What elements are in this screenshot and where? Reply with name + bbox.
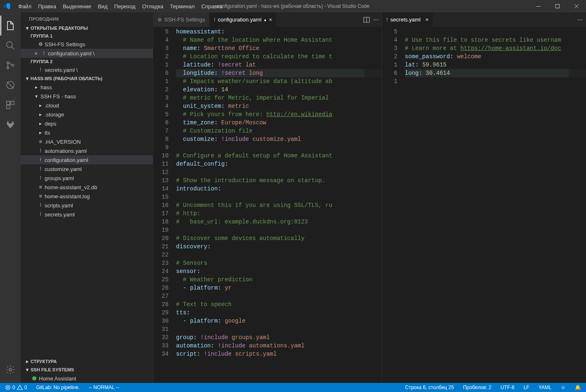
tab-configuration[interactable]: !configuration.yaml× bbox=[210, 12, 276, 27]
gitlab-icon[interactable] bbox=[0, 115, 20, 135]
editor-group-1: ⚙SSH-FS Settings !configuration.yaml× ⋯ … bbox=[153, 12, 382, 383]
folder-sshfs-hass[interactable]: ▾SSH FS - hass bbox=[21, 92, 153, 101]
svg-point-5 bbox=[12, 64, 14, 67]
more-actions-icon[interactable]: ⋯ bbox=[373, 17, 379, 23]
close-tab-icon[interactable]: × bbox=[426, 17, 429, 23]
folder-storage[interactable]: ▸.storage bbox=[21, 110, 153, 119]
status-feedback-icon[interactable]: ☺ bbox=[559, 385, 567, 390]
file-customize[interactable]: !customize.yaml bbox=[21, 164, 153, 173]
status-bell-icon[interactable]: 🔔 bbox=[573, 385, 583, 390]
menu-терминал[interactable]: Терминал bbox=[167, 0, 198, 12]
editor-secrets[interactable]: 5432161 # Use this file to store secrets… bbox=[382, 27, 586, 383]
search-icon[interactable] bbox=[0, 36, 20, 55]
settings-gear-icon[interactable] bbox=[0, 360, 20, 380]
group-1-header: ГРУППА 1 bbox=[21, 32, 153, 40]
activity-bar bbox=[0, 12, 21, 383]
status-bar: 0 0 GitLab: No pipeline. -- NORMAL -- Ст… bbox=[0, 383, 586, 392]
extensions-icon[interactable] bbox=[0, 95, 20, 115]
file-automations[interactable]: !automations.yaml bbox=[21, 146, 153, 155]
menu-вид[interactable]: Вид bbox=[95, 0, 111, 12]
status-indent[interactable]: Пробелов: 2 bbox=[461, 385, 493, 390]
svg-rect-9 bbox=[7, 105, 10, 109]
svg-rect-7 bbox=[7, 101, 10, 105]
file-log[interactable]: ≡home-assistant.log bbox=[21, 192, 153, 201]
titlebar: ФайлПравкаВыделениеВидПереходОтладкаТерм… bbox=[0, 0, 586, 12]
svg-point-10 bbox=[9, 368, 12, 371]
menu-выделение[interactable]: Выделение bbox=[60, 0, 95, 12]
folder-tts[interactable]: ▸tts bbox=[21, 128, 153, 137]
tab-sshfs-settings[interactable]: ⚙SSH-FS Settings bbox=[153, 12, 210, 27]
status-problems[interactable]: 0 0 bbox=[3, 385, 29, 390]
folder-cloud[interactable]: ▸.cloud bbox=[21, 101, 153, 110]
file-scripts[interactable]: !scripts.yaml bbox=[21, 201, 153, 210]
vscode-icon bbox=[3, 2, 11, 10]
split-editor-icon[interactable] bbox=[363, 17, 370, 23]
close-icon[interactable]: × bbox=[32, 50, 40, 57]
file-secrets[interactable]: !secrets.yaml bbox=[21, 210, 153, 219]
folder-hass[interactable]: ▸hass bbox=[21, 83, 153, 92]
close-tab-icon[interactable]: × bbox=[269, 17, 272, 23]
svg-point-4 bbox=[7, 67, 9, 69]
svg-rect-1 bbox=[556, 5, 560, 8]
tabs-group-1: ⚙SSH-FS Settings !configuration.yaml× ⋯ bbox=[153, 12, 382, 27]
svg-rect-8 bbox=[11, 101, 14, 105]
editor-group-2: !secrets.yaml× ⋯ 5432161 # Use this file… bbox=[382, 12, 586, 383]
file-groups[interactable]: !groups.yaml bbox=[21, 173, 153, 183]
status-cursor-pos[interactable]: Строка 6, столбец 25 bbox=[403, 385, 455, 390]
close-button[interactable] bbox=[567, 0, 586, 12]
maximize-button[interactable] bbox=[548, 0, 567, 12]
tab-secrets[interactable]: !secrets.yaml× bbox=[382, 12, 434, 27]
menu-отладка[interactable]: Отладка bbox=[139, 0, 167, 12]
minimize-button[interactable] bbox=[529, 0, 548, 12]
file-tree: ▸hass ▾SSH FS - hass ▸.cloud ▸.storage ▸… bbox=[21, 83, 153, 357]
file-configuration[interactable]: !configuration.yaml bbox=[21, 155, 153, 164]
status-gitlab[interactable]: GitLab: No pipeline. bbox=[34, 385, 81, 390]
group-2-header: ГРУППА 2 bbox=[21, 58, 153, 65]
file-ha-version[interactable]: ≡.HA_VERSION bbox=[21, 137, 153, 146]
more-actions-icon[interactable]: ⋯ bbox=[577, 17, 583, 23]
minimap[interactable] bbox=[569, 27, 586, 383]
status-language[interactable]: YAML bbox=[537, 385, 553, 390]
open-editors-header[interactable]: ▾ОТКРЫТЫЕ РЕДАКТОРЫ bbox=[21, 24, 153, 32]
ssh-file-systems-header[interactable]: ▾SSH FILE SYSTEMS bbox=[21, 366, 153, 374]
outline-header[interactable]: ▸СТРУКТУРА bbox=[21, 357, 153, 366]
source-control-icon[interactable] bbox=[0, 55, 20, 75]
menu-файл[interactable]: Файл bbox=[15, 0, 35, 12]
svg-point-3 bbox=[7, 62, 9, 64]
sidebar-title: ПРОВОДНИК bbox=[21, 12, 153, 24]
folder-deps[interactable]: ▸deps bbox=[21, 119, 153, 128]
minimap[interactable] bbox=[364, 27, 382, 383]
status-eol[interactable]: LF bbox=[522, 385, 531, 390]
menu-правка[interactable]: Правка bbox=[35, 0, 60, 12]
open-editor-configuration[interactable]: ×!configuration.yaml \ bbox=[21, 49, 153, 58]
status-dot-icon bbox=[32, 376, 36, 380]
editor-configuration[interactable]: 5432161234567891011121314151617181920212… bbox=[153, 27, 382, 383]
status-vim-mode: -- NORMAL -- bbox=[87, 385, 121, 390]
workspace-header[interactable]: ▾HASS-WS (РАБОЧАЯ ОБЛАСТЬ) bbox=[21, 74, 153, 83]
menu-переход[interactable]: Переход bbox=[111, 0, 139, 12]
tabs-group-2: !secrets.yaml× ⋯ bbox=[382, 12, 586, 27]
svg-point-2 bbox=[7, 42, 12, 48]
open-editor-secrets[interactable]: !secrets.yaml \ bbox=[21, 65, 153, 74]
dirty-indicator-icon bbox=[264, 17, 267, 23]
debug-icon[interactable] bbox=[0, 75, 20, 95]
file-db[interactable]: ≡home-assistant_v2.db bbox=[21, 183, 153, 192]
open-editor-sshfs-settings[interactable]: ⚙SSH-FS Settings bbox=[21, 40, 153, 49]
status-encoding[interactable]: UTF-8 bbox=[499, 385, 516, 390]
sshfs-home-assistant[interactable]: Home Assistant bbox=[21, 374, 153, 383]
svg-rect-0 bbox=[536, 6, 541, 7]
sidebar: ПРОВОДНИК ▾ОТКРЫТЫЕ РЕДАКТОРЫ ГРУППА 1 ⚙… bbox=[21, 12, 153, 383]
explorer-icon[interactable] bbox=[0, 16, 20, 36]
window-title: configuration.yaml - hass-ws (рабочая об… bbox=[217, 3, 369, 9]
